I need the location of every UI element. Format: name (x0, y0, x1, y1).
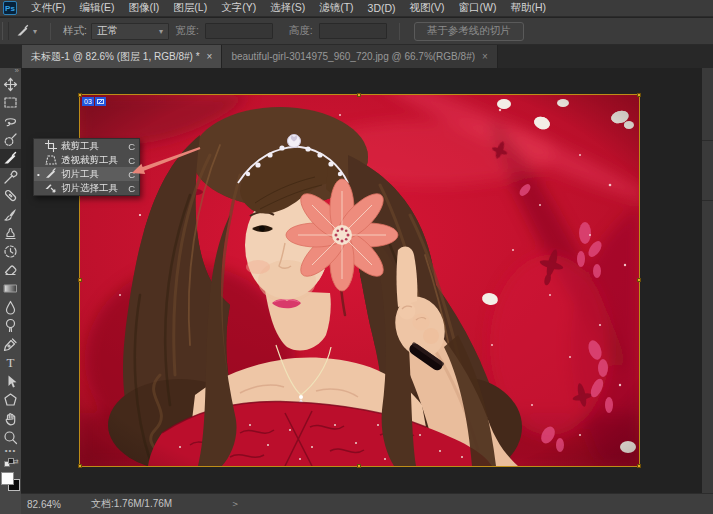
slice-handle[interactable] (637, 93, 641, 97)
status-options-chevron[interactable]: ＞ (230, 497, 240, 511)
divider (50, 23, 51, 40)
slice-handle[interactable] (357, 464, 361, 468)
eyedropper-tool-button[interactable] (0, 168, 21, 187)
menu-view[interactable]: 视图(V) (403, 1, 452, 15)
chevron-down-icon: ▾ (159, 27, 163, 36)
lasso-icon (3, 114, 18, 129)
document-tab-bar: 未标题-1 @ 82.6% (图层 1, RGB/8#) * × beautif… (0, 45, 713, 68)
gradient-icon (3, 281, 18, 296)
move-icon (3, 77, 18, 92)
default-swap-colors-icon[interactable]: ⇄ (4, 458, 18, 469)
tab-untitled-1[interactable]: 未标题-1 @ 82.6% (图层 1, RGB/8#) * × (22, 45, 222, 68)
photoshop-logo-icon: Ps (3, 1, 17, 15)
zoom-level-field[interactable]: 82.64% (27, 499, 79, 510)
slice-number: 03 (82, 97, 94, 106)
slice-handle[interactable] (637, 464, 641, 468)
status-bar: 82.64% 文档:1.76M/1.76M ＞ (21, 493, 713, 514)
document-size-info[interactable]: 文档:1.76M/1.76M (91, 497, 172, 511)
crop-slice-tool-flyout-menu: 裁剪工具 C 透视裁剪工具 C • 切片工具 C 切片选择工具 C (33, 138, 140, 196)
marquee-tool-button[interactable] (0, 93, 21, 112)
clone-stamp-tool-button[interactable] (0, 223, 21, 242)
close-icon[interactable]: × (482, 51, 488, 62)
slice-width-input[interactable] (205, 23, 273, 39)
slices-from-guides-button[interactable]: 基于参考线的切片 (414, 22, 524, 41)
tabbar-spacer (0, 45, 22, 68)
menu-type[interactable]: 文字(Y) (214, 1, 263, 15)
menu-layer[interactable]: 图层(L) (166, 1, 214, 15)
menu-image[interactable]: 图像(I) (121, 1, 166, 15)
options-grip[interactable] (2, 22, 9, 40)
menu-bar: Ps 文件(F) 编辑(E) 图像(I) 图层(L) 文字(Y) 选择(S) 滤… (0, 0, 713, 17)
tool-preset-picker[interactable]: ▾ (9, 24, 44, 38)
menu-file[interactable]: 文件(F) (24, 1, 72, 15)
menu-window[interactable]: 窗口(W) (452, 1, 504, 15)
hand-icon (3, 411, 18, 426)
hand-tool-button[interactable] (0, 409, 21, 428)
height-label: 高度: (289, 24, 313, 38)
quick-selection-tool-button[interactable] (0, 131, 21, 150)
dodge-icon (3, 318, 18, 333)
gradient-tool-button[interactable] (0, 279, 21, 298)
menu-edit[interactable]: 编辑(E) (72, 1, 121, 15)
lasso-tool-button[interactable] (0, 112, 21, 131)
slice-knife-icon (45, 168, 57, 180)
menu-item-crop-tool[interactable]: 裁剪工具 C (34, 139, 139, 153)
slice-height-input[interactable] (319, 23, 387, 39)
color-swatches[interactable] (1, 472, 20, 492)
tab-label: beautiful-girl-3014975_960_720.jpg @ 66.… (231, 51, 475, 62)
edit-toolbar-ellipsis-icon[interactable]: ••• (5, 446, 16, 458)
eraser-icon (3, 262, 18, 277)
brush-tool-button[interactable] (0, 205, 21, 224)
slice-handle[interactable] (78, 278, 82, 282)
style-selected-value: 正常 (97, 24, 118, 38)
marquee-icon (3, 95, 18, 110)
close-icon[interactable]: × (207, 51, 213, 62)
type-icon: T (3, 355, 18, 370)
slice-handle[interactable] (637, 278, 641, 282)
tool-options-bar: ▾ 样式: 正常 ▾ 宽度: 高度: 基于参考线的切片 (0, 18, 713, 45)
svg-text:T: T (7, 355, 15, 370)
blur-tool-button[interactable] (0, 298, 21, 317)
eraser-tool-button[interactable] (0, 261, 21, 280)
foreground-color-swatch[interactable] (1, 472, 14, 485)
history-brush-icon (3, 244, 18, 259)
menu-filter[interactable]: 滤镜(T) (312, 1, 360, 15)
tab-beautiful-girl-jpg[interactable]: beautiful-girl-3014975_960_720.jpg @ 66.… (222, 45, 498, 68)
move-tool-button[interactable] (0, 75, 21, 94)
chevron-down-icon: ▾ (33, 27, 37, 36)
slice-handle[interactable] (357, 93, 361, 97)
menu-help[interactable]: 帮助(H) (504, 1, 554, 15)
pen-icon (3, 337, 18, 352)
menu-item-slice-select-tool[interactable]: 切片选择工具 C (34, 181, 139, 195)
healing-brush-tool-button[interactable] (0, 186, 21, 205)
menu-item-label: 透视裁剪工具 (61, 154, 124, 167)
pen-tool-button[interactable] (0, 335, 21, 354)
crop-icon (45, 140, 57, 152)
path-selection-tool-button[interactable] (0, 372, 21, 391)
menu-item-label: 裁剪工具 (61, 140, 124, 153)
menu-3d[interactable]: 3D(D) (361, 2, 403, 14)
collapse-panel-icon[interactable]: » (0, 68, 21, 75)
menu-item-perspective-crop-tool[interactable]: 透视裁剪工具 C (34, 153, 139, 167)
slice-image-icon (95, 97, 106, 106)
menu-item-slice-tool[interactable]: • 切片工具 C (34, 167, 139, 181)
type-tool-button[interactable]: T (0, 354, 21, 373)
zoom-tool-button[interactable] (0, 428, 21, 447)
style-select[interactable]: 正常 ▾ (91, 23, 169, 40)
slice-badge: 03 (82, 97, 106, 106)
slice-knife-icon (3, 151, 18, 166)
blur-drop-icon (3, 300, 18, 315)
stamp-icon (3, 225, 18, 240)
document-canvas[interactable]: 03 (80, 95, 639, 466)
slice-tool-button[interactable] (0, 149, 21, 168)
slice-handle[interactable] (78, 464, 82, 468)
style-label: 样式: (63, 24, 87, 38)
perspective-crop-icon (45, 154, 57, 166)
dodge-tool-button[interactable] (0, 316, 21, 335)
menu-item-shortcut: C (128, 183, 135, 194)
slice-select-icon (45, 182, 57, 194)
menu-select[interactable]: 选择(S) (263, 1, 312, 15)
history-brush-tool-button[interactable] (0, 242, 21, 261)
toolbar-footer (0, 493, 21, 514)
shape-tool-button[interactable] (0, 391, 21, 410)
